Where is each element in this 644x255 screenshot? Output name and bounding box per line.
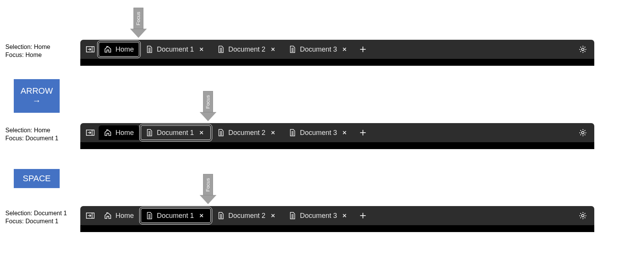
plus-icon: [359, 211, 367, 220]
tab-bar: HomeDocument 1✕Document 2✕Document 3✕: [80, 206, 594, 232]
close-icon: ✕: [271, 213, 275, 219]
selection-status: Selection: Document 1: [5, 210, 67, 218]
tab-content-strip: [80, 225, 594, 232]
gear-icon: [579, 211, 587, 220]
close-tab-button[interactable]: ✕: [198, 212, 205, 219]
tab-home[interactable]: Home: [99, 125, 139, 140]
tab-label: Document 2: [228, 45, 265, 54]
selection-status: Selection: Home: [5, 43, 50, 51]
close-icon: ✕: [342, 46, 347, 52]
keyboard-key-badge: SPACE: [14, 169, 60, 188]
focus-indicator-arrow: Focus: [200, 174, 216, 204]
svg-point-33: [582, 132, 584, 134]
close-tab-button[interactable]: ✕: [341, 129, 348, 136]
collapse-panel-button[interactable]: [83, 126, 97, 140]
plus-icon: [359, 45, 367, 54]
tab-label: Document 1: [157, 129, 194, 137]
document-icon: [218, 129, 224, 136]
focus-arrow-label: Focus: [205, 178, 211, 191]
tab-home[interactable]: Home: [99, 208, 139, 223]
tab-label: Home: [115, 129, 134, 137]
tab-label: Document 3: [300, 45, 337, 54]
tab-document-3[interactable]: Document 3✕: [284, 42, 354, 57]
collapse-panel-button[interactable]: [83, 42, 97, 56]
settings-button[interactable]: [576, 42, 590, 56]
close-tab-button[interactable]: ✕: [198, 45, 205, 53]
state-description: Selection: HomeFocus: Home: [5, 43, 50, 59]
tab-document-2[interactable]: Document 2✕: [212, 125, 282, 140]
focus-arrow-label: Focus: [205, 95, 211, 108]
focus-arrow-head: [130, 29, 147, 38]
close-icon: ✕: [342, 130, 347, 136]
key-label: SPACE: [23, 174, 51, 184]
document-icon: [289, 212, 296, 219]
close-icon: ✕: [271, 130, 275, 136]
settings-button[interactable]: [576, 126, 590, 140]
close-icon: ✕: [199, 213, 204, 219]
close-icon: ✕: [342, 213, 347, 219]
svg-point-16: [582, 48, 584, 50]
home-icon: [104, 129, 112, 136]
focus-arrow-head: [200, 195, 216, 204]
tab-label: Document 2: [228, 129, 265, 137]
close-icon: ✕: [199, 46, 204, 52]
tab-strip: HomeDocument 1✕Document 2✕Document 3✕: [80, 40, 594, 59]
gear-icon: [579, 128, 587, 137]
tab-document-3[interactable]: Document 3✕: [284, 208, 354, 223]
document-icon: [146, 45, 153, 53]
home-icon: [104, 212, 112, 219]
key-label: ARROW: [21, 86, 53, 96]
document-icon: [289, 45, 296, 53]
focus-arrow-shaft: Focus: [133, 8, 143, 29]
tab-content-strip: [80, 142, 594, 149]
close-icon: ✕: [271, 46, 275, 52]
state-description: Selection: HomeFocus: Document 1: [5, 127, 59, 143]
tab-document-1[interactable]: Document 1✕: [141, 208, 211, 223]
svg-point-50: [582, 214, 584, 217]
focus-arrow-shaft: Focus: [203, 174, 213, 195]
close-tab-button[interactable]: ✕: [341, 45, 348, 53]
new-tab-button[interactable]: [355, 42, 371, 57]
tab-document-1[interactable]: Document 1✕: [141, 125, 211, 140]
home-icon: [104, 45, 112, 53]
focus-arrow-head: [200, 112, 216, 121]
plus-icon: [359, 128, 367, 137]
key-label: →: [33, 96, 41, 106]
tab-home[interactable]: Home: [99, 42, 139, 57]
tab-document-1[interactable]: Document 1✕: [141, 42, 211, 57]
close-tab-button[interactable]: ✕: [341, 212, 348, 219]
document-icon: [146, 129, 153, 136]
tab-document-2[interactable]: Document 2✕: [212, 208, 282, 223]
tab-bar: HomeDocument 1✕Document 2✕Document 3✕: [80, 40, 594, 66]
selection-status: Selection: Home: [5, 127, 59, 135]
focus-indicator-arrow: Focus: [200, 91, 216, 121]
close-tab-button[interactable]: ✕: [269, 129, 277, 136]
focus-status: Focus: Document 1: [5, 218, 67, 226]
focus-arrow-label: Focus: [136, 11, 141, 25]
tab-bar: HomeDocument 1✕Document 2✕Document 3✕: [80, 123, 594, 149]
new-tab-button[interactable]: [355, 208, 371, 223]
close-tab-button[interactable]: ✕: [269, 45, 277, 53]
state-description: Selection: Document 1Focus: Document 1: [5, 210, 67, 226]
close-tab-button[interactable]: ✕: [269, 212, 277, 219]
collapse-icon: [86, 212, 94, 219]
collapse-icon: [86, 129, 94, 136]
tab-document-2[interactable]: Document 2✕: [212, 42, 282, 57]
close-tab-button[interactable]: ✕: [198, 129, 205, 136]
focus-arrow-shaft: Focus: [203, 91, 213, 112]
document-icon: [218, 45, 224, 53]
tab-document-3[interactable]: Document 3✕: [284, 125, 354, 140]
focus-status: Focus: Document 1: [5, 135, 59, 143]
settings-button[interactable]: [576, 209, 590, 223]
collapse-icon: [86, 46, 94, 53]
tab-label: Document 3: [300, 212, 337, 220]
new-tab-button[interactable]: [355, 125, 371, 140]
tab-strip: HomeDocument 1✕Document 2✕Document 3✕: [80, 123, 594, 142]
tab-content-strip: [80, 59, 594, 66]
tab-label: Document 1: [157, 212, 194, 220]
document-icon: [146, 212, 153, 219]
collapse-panel-button[interactable]: [83, 209, 97, 223]
document-icon: [289, 129, 296, 136]
tab-label: Home: [115, 212, 134, 220]
close-icon: ✕: [199, 130, 204, 136]
